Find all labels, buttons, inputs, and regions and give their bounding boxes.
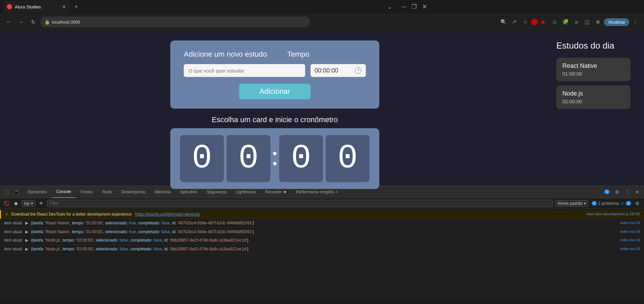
nav-bar: ← → ↻ 🔒 localhost:3000 🔍 ↗ ☆ ▶ G 🧩 ≡ ◫ ⊕… — [0, 13, 644, 30]
youtube-icon[interactable]: ▶ — [539, 17, 549, 27]
tab-bar: 🔴 Alura Studies ✕ + ⌄ ─ ❐ ✕ — [0, 0, 644, 13]
levels-selector[interactable]: Níveis padrão ▾ — [555, 200, 588, 207]
new-tab-button[interactable]: + — [71, 2, 81, 11]
arrow-4[interactable]: ▶ — [25, 246, 28, 252]
window-controls: ⌄ ─ ❐ ✕ — [84, 3, 427, 10]
arrow-1[interactable]: ▶ — [25, 220, 28, 226]
forward-button[interactable]: → — [16, 17, 26, 27]
tab-favicon: 🔴 — [7, 4, 12, 9]
profile-icon-red[interactable] — [531, 19, 538, 25]
digit-card-m1: 0 — [279, 135, 323, 182]
arrow-2[interactable]: ▶ — [25, 229, 28, 235]
tab-fontes[interactable]: Fontes — [76, 186, 98, 198]
tab-elementos[interactable]: Elementos — [23, 186, 52, 198]
study-card-nodejs-time: 02:00:00 — [562, 99, 624, 104]
form-header: Adicione um novo estudo Tempo — [184, 50, 366, 59]
file-ref-2[interactable]: index.tsx:16 — [620, 229, 640, 234]
devtools-settings-button[interactable]: ⚙ — [613, 188, 621, 196]
issues-badge: 1 — [604, 190, 610, 194]
devtools-actions-right: 1 ⚙ ⋮ ✕ — [603, 188, 641, 196]
tab-list-button[interactable]: ⌄ — [387, 3, 392, 10]
bookmark-button[interactable]: ☆ — [520, 17, 530, 27]
digit-h2: 0 — [238, 142, 259, 175]
time-input-wrap: 🕐 — [311, 64, 366, 77]
colon-separator — [273, 152, 276, 165]
study-input[interactable] — [184, 64, 305, 77]
form-inputs: 🕐 — [184, 64, 366, 77]
context-selector[interactable]: top ▾ — [22, 200, 35, 207]
tab-console[interactable]: Console — [52, 186, 76, 198]
tab-close-button[interactable]: ✕ — [62, 4, 66, 9]
refresh-button[interactable]: ↻ — [28, 17, 38, 27]
devtools-toolbar: 🚫 ⏺ top ▾ 👁 Níveis padrão ▾ 1 1 problema… — [0, 198, 644, 209]
issues-indicator: 1 1 problema: 🏳 1 — [592, 201, 632, 206]
study-card-react-name: React Native — [562, 62, 624, 70]
stop-recording-button[interactable]: ⏺ — [12, 200, 20, 207]
sidebar-toggle[interactable]: ◫ — [582, 17, 592, 27]
extension-icon1[interactable]: G — [550, 17, 559, 27]
tab-lighthouse[interactable]: Lighthouse — [231, 186, 261, 198]
puzzle-icon[interactable]: 🧩 — [561, 17, 570, 27]
digit-m1: 0 — [291, 142, 311, 175]
file-ref-3[interactable]: index.tsx:16 — [620, 238, 640, 243]
console-settings-button[interactable]: ⚙ — [633, 199, 641, 208]
back-button[interactable]: ← — [4, 17, 13, 27]
console-content-1: {tarefa: 'React Native', tempo: '01:00:0… — [31, 220, 254, 226]
tab-aplicativo[interactable]: Aplicativo — [175, 186, 202, 198]
console-line-devtools-warn: ⚠ Download the React DevTools for a bett… — [0, 210, 644, 219]
tab-rede[interactable]: Rede — [97, 186, 117, 198]
study-card-react[interactable]: React Native 01:00:00 — [556, 58, 631, 81]
time-input[interactable] — [315, 67, 352, 74]
address-bar[interactable]: 🔒 localhost:3000 — [40, 17, 310, 27]
close-window-button[interactable]: ✕ — [422, 3, 427, 10]
lock-icon: 🔒 — [45, 20, 50, 25]
study-card-nodejs[interactable]: Node.js 02:00:00 — [556, 85, 631, 109]
nav-actions: 🔍 ↗ ☆ ▶ G 🧩 ≡ ◫ ⊕ Atualizar ⋮ — [499, 17, 640, 27]
share-button[interactable]: ↗ — [509, 17, 519, 27]
levels-chevron-icon: ▾ — [584, 201, 586, 206]
tab-recorder[interactable]: Recorder ⏺ — [260, 186, 291, 198]
issues-count-badge: 1 — [592, 201, 597, 205]
minimize-button[interactable]: ─ — [402, 3, 406, 10]
file-ref-4[interactable]: index.tsx:16 — [620, 246, 640, 251]
active-tab[interactable]: 🔴 Alura Studies ✕ — [3, 1, 70, 13]
arrow-3[interactable]: ▶ — [25, 238, 28, 243]
console-issues-button[interactable]: 1 — [603, 188, 611, 196]
console-line-1: item atual: ▶ {tarefa: 'React Native', t… — [0, 219, 644, 228]
tab-performance-insights[interactable]: Performance insights ⚠ — [291, 186, 343, 198]
filter-input[interactable] — [47, 200, 553, 207]
digit-m2: 0 — [338, 142, 358, 175]
levels-label: Níveis padrão — [557, 201, 582, 206]
devtools-link[interactable]: https://reactjs.org/link/react-devtools — [135, 212, 200, 217]
devtools-panel: ⬚ 📱 Elementos Console Fontes Rede Desemp… — [0, 186, 644, 301]
left-section: Adicione um novo estudo Tempo 🕐 Adiciona… — [13, 40, 536, 175]
digit-h1: 0 — [192, 142, 212, 175]
maximize-button[interactable]: ❐ — [411, 3, 417, 10]
address-text: localhost:3000 — [52, 20, 80, 25]
devtools-controls: ⬚ 📱 — [3, 188, 20, 196]
file-ref-devtools[interactable]: react-dom.development.js:29742 — [586, 212, 640, 217]
clear-console-button[interactable]: 🚫 — [3, 200, 10, 207]
eye-button[interactable]: 👁 — [37, 200, 45, 207]
inspect-element-button[interactable]: ⬚ — [3, 188, 11, 196]
browser-chrome: 🔴 Alura Studies ✕ + ⌄ ─ ❐ ✕ ← → ↻ 🔒 loca… — [0, 0, 644, 30]
devtools-more-button[interactable]: ⋮ — [623, 188, 631, 196]
update-button[interactable]: Atualizar — [604, 18, 629, 26]
tab-memoria[interactable]: Memória — [150, 186, 176, 198]
devtools-close-button[interactable]: ✕ — [633, 188, 641, 196]
extension-icon2[interactable]: ≡ — [572, 17, 581, 27]
file-ref-1[interactable]: index.tsx:16 — [620, 220, 640, 225]
console-line-3: item atual: ▶ {tarefa: 'Node.js', tempo:… — [0, 236, 644, 245]
tab-seguranca[interactable]: Segurança — [202, 186, 231, 198]
colon-dot-top — [273, 152, 276, 155]
console-label-1: item atual: — [4, 220, 23, 226]
device-toggle-button[interactable]: 📱 — [12, 188, 20, 196]
console-label-4: item atual: — [4, 246, 23, 252]
tab-desempenho[interactable]: Desempenho — [117, 186, 150, 198]
zoom-button[interactable]: 🔍 — [499, 17, 508, 27]
extension-icon3[interactable]: ⊕ — [593, 17, 603, 27]
warn-icon: ⚠ — [5, 212, 8, 217]
add-button[interactable]: Adicionar — [239, 84, 311, 99]
menu-button[interactable]: ⋮ — [631, 17, 640, 27]
console-label-2: item atual: — [4, 229, 23, 235]
